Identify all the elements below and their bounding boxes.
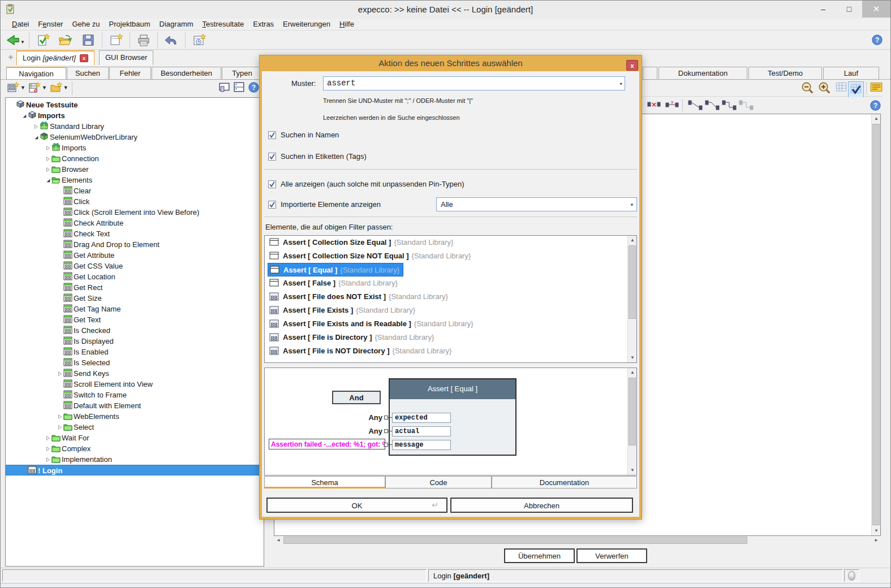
menu-hilfe[interactable]: Hilfe — [335, 19, 359, 31]
tree-item-click-scroll-element-into-view-before[interactable]: Click (Scroll Element into View Before) — [6, 207, 264, 218]
cancel-button[interactable]: Abbrechen — [450, 498, 633, 513]
menu-datei[interactable]: Datei — [7, 19, 33, 31]
checkbox-checked-icon[interactable] — [268, 201, 276, 209]
tree-item-is-enabled[interactable]: Is Enabled — [6, 347, 264, 357]
chevron-down-icon[interactable]: ▼ — [20, 85, 25, 90]
element-item[interactable]: Assert [ Collection Size Equal ]{Standar… — [265, 236, 636, 249]
checkbox-show-all[interactable]: Alle anzeigen (auch solche mit unpassend… — [268, 180, 464, 189]
element-item[interactable]: Assert [ Collection Size NOT Equal ]{Sta… — [265, 249, 636, 263]
expander-collapsed-icon[interactable] — [45, 154, 51, 165]
tree-item-get-location[interactable]: Get Location — [6, 271, 264, 282]
element-item[interactable]: Assert [ File Exists and is Readable ]{S… — [265, 317, 636, 331]
tree-item-click[interactable]: Click — [6, 196, 264, 207]
imported-filter-select[interactable]: Alle ▼ — [436, 197, 637, 211]
ok-button[interactable]: OK↵ — [266, 498, 447, 513]
discard-button[interactable]: Verwerfen — [576, 548, 647, 563]
print-button[interactable] — [132, 32, 155, 48]
pin-delete-button[interactable] — [647, 100, 661, 111]
help-icon[interactable]: ? — [872, 34, 883, 47]
pin-connector-icon[interactable] — [384, 443, 388, 447]
tree-item-elements[interactable]: Elements — [6, 175, 264, 185]
expander-expanded-icon[interactable] — [45, 175, 51, 186]
document-tab-gui-browser[interactable]: GUI Browser — [99, 50, 153, 65]
tree-item-default-with-element[interactable]: Default with Element — [6, 400, 264, 411]
tree-item-is-selected[interactable]: Is Selected — [6, 357, 264, 368]
expander-collapsed-icon[interactable] — [57, 412, 63, 422]
save-button[interactable] — [77, 32, 100, 48]
element-item[interactable]: Assert [ File Exists ]{Standard Library} — [265, 304, 636, 317]
scroll-left-arrow[interactable]: ◄ — [274, 536, 283, 545]
and-block[interactable]: And — [332, 391, 381, 404]
tab-dokumentation[interactable]: Dokumentation — [658, 67, 747, 80]
tree-item-get-css-value[interactable]: Get CSS Value — [6, 261, 264, 271]
close-button[interactable]: ✕ — [862, 1, 890, 18]
dialog-close-button[interactable]: x — [626, 60, 638, 71]
tree-item-imports[interactable]: Imports — [6, 110, 264, 121]
tree-item-select[interactable]: Select — [6, 422, 264, 433]
expander-expanded-icon[interactable] — [33, 132, 40, 143]
scroll-down-arrow[interactable]: ▼ — [628, 353, 637, 362]
tree-item-switch-to-frame[interactable]: Switch to Frame — [6, 390, 264, 400]
scrollbar-thumb[interactable] — [629, 378, 636, 446]
add-tab-button[interactable]: + — [6, 53, 15, 62]
element-item[interactable]: Assert [ File does NOT Exist ]{Standard … — [265, 290, 636, 304]
tab-typen[interactable]: Typen — [222, 67, 262, 80]
tree-item-clear[interactable]: Clear — [6, 185, 264, 196]
tree-item-is-displayed[interactable]: Is Displayed — [6, 336, 264, 347]
expander-expanded-icon[interactable] — [21, 111, 28, 122]
checkbox-checked-icon[interactable] — [268, 131, 276, 139]
zoom-out-button[interactable] — [801, 81, 815, 97]
tab-lauf[interactable]: Lauf — [823, 67, 879, 80]
apply-button[interactable]: Übernehmen — [504, 548, 575, 563]
new-list-item-button[interactable] — [29, 82, 41, 95]
tree-item-scroll-element-into-view[interactable]: Scroll Element into View — [6, 379, 264, 390]
preview-vertical-scrollbar[interactable]: ▲ ▼ — [627, 368, 636, 475]
expander-collapsed-icon[interactable] — [45, 143, 51, 154]
expander-collapsed-icon[interactable] — [45, 433, 51, 444]
back-arrow-button[interactable]: ▼ — [4, 32, 27, 48]
pin-field-message[interactable]: message — [392, 440, 451, 450]
tab-documentation[interactable]: Documentation — [492, 476, 637, 488]
scrollbar-thumb[interactable] — [872, 124, 880, 525]
chevron-down-icon[interactable]: ▼ — [42, 85, 47, 90]
panel-view-button[interactable] — [219, 82, 230, 94]
tree-item-get-rect[interactable]: Get Rect — [6, 282, 264, 293]
menu-erweiterungen[interactable]: Erweiterungen — [278, 19, 335, 31]
element-item[interactable]: Assert [ File is Directory ]{Standard Li… — [265, 331, 636, 344]
scroll-down-arrow[interactable]: ▼ — [872, 526, 881, 535]
window-settings-button[interactable] — [188, 32, 210, 48]
expander-collapsed-icon[interactable] — [33, 122, 40, 132]
menu-testresultate[interactable]: Testresultate — [198, 19, 249, 31]
tree-item-get-attribute[interactable]: Get Attribute — [6, 250, 264, 261]
checkbox-search-tags[interactable]: Suchen in Etiketten (Tags) — [268, 152, 367, 161]
tree-item-get-text[interactable]: Get Text — [6, 314, 264, 325]
expander-collapsed-icon[interactable] — [57, 422, 63, 433]
tab-navigation[interactable]: Navigation — [6, 67, 66, 80]
scroll-down-arrow[interactable]: ▼ — [628, 466, 637, 475]
pin-connector-icon[interactable] — [384, 416, 388, 420]
tab-suchen[interactable]: Suchen — [67, 67, 109, 80]
tree-item-implementation[interactable]: Implementation — [6, 454, 264, 465]
pin-field-actual[interactable]: actual — [392, 426, 451, 436]
pin-field-expected[interactable]: expected — [392, 413, 451, 423]
pin-question-button[interactable]: ? — [665, 100, 679, 111]
chevron-down-icon[interactable]: ▼ — [630, 202, 634, 207]
tree-item-login[interactable]: ! Login — [6, 465, 264, 475]
help-icon[interactable]: ? — [870, 100, 881, 113]
element-item[interactable]: Assert [ File is NOT Directory ]{Standar… — [265, 344, 636, 358]
menu-gehe-zu[interactable]: Gehe zu — [67, 19, 104, 31]
new-grid-item-button[interactable] — [7, 82, 20, 95]
tree-item-check-attribute[interactable]: Check Attribute — [6, 218, 264, 228]
tree-item-standard-library[interactable]: Standard Library — [6, 121, 264, 132]
chevron-down-icon[interactable]: ▼ — [619, 81, 622, 87]
grid-button[interactable] — [835, 81, 847, 96]
tree-item-get-tag-name[interactable]: Get Tag Name — [6, 304, 264, 314]
tab-fehler[interactable]: Fehler — [109, 67, 151, 80]
minimize-button[interactable]: – — [810, 1, 836, 18]
checkbox-checked-icon[interactable] — [268, 180, 276, 188]
checkbox-checked-icon[interactable] — [268, 153, 276, 161]
canvas-horizontal-scrollbar[interactable]: ◄ ► — [274, 536, 881, 545]
tree-item-send-keys[interactable]: Send Keys — [6, 368, 264, 379]
tree-item-is-checked[interactable]: Is Checked — [6, 325, 264, 336]
grid-checked-button[interactable] — [848, 81, 864, 99]
